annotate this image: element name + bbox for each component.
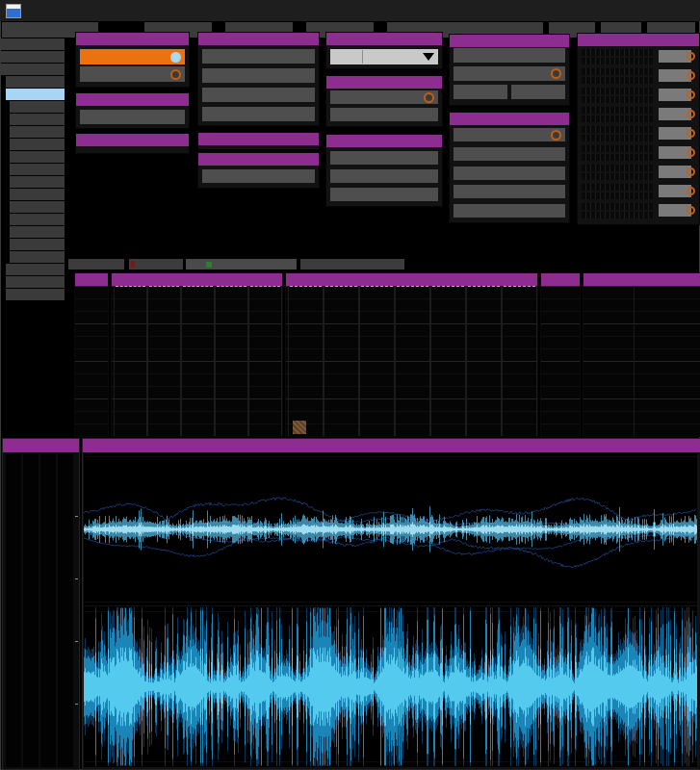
flat-band-tops-toggle[interactable] [330,90,438,104]
flat-frequency-response-slider[interactable] [330,108,438,121]
toggle-off-icon[interactable] [687,167,695,176]
gate-speed-slider[interactable] [330,188,438,201]
maximize-button[interactable] [632,0,657,21]
sidebar-item-limiting-clipping[interactable] [6,289,65,300]
non-linear-toggle[interactable] [454,128,565,141]
output-waveform [84,606,697,767]
sidebar-item-release[interactable] [10,126,65,138]
scale-tick [75,641,78,642]
sidebar-item-bands[interactable] [10,226,65,238]
release-speeds-multiplier-slider[interactable] [202,107,315,121]
hear-toggle[interactable] [80,66,185,82]
link-2-1-slider[interactable] [454,147,565,161]
link-third-to-last-slider[interactable] [454,185,565,198]
graph-clip [583,272,700,437]
hi-free-slider[interactable] [511,85,565,99]
attack-speeds-multiplier-slider[interactable] [202,88,315,102]
panel-bottom-levels [2,438,80,770]
toggle-off-icon[interactable] [687,52,695,61]
sidebar-item-dynamic-speeds[interactable] [10,139,65,150]
sidebar-item-multiband-1[interactable] [6,89,65,100]
dropdown-separator [362,50,363,64]
minimize-button[interactable] [603,0,628,21]
overview-band-row [578,67,699,85]
sidebar-item-behavior[interactable] [10,201,65,213]
graph-clip-header [583,273,700,286]
sidebar-item-limit-clip[interactable] [10,176,65,188]
multiband-2-plot [286,286,537,436]
input-left-meter [6,454,21,767]
stereo-tool-window: { "window": { "title": "THIMEO STEREO TO… [0,0,700,770]
graph-sb [540,272,581,437]
pre-emphasis-setting[interactable] [202,169,315,183]
gate-freeze-slider[interactable] [330,151,438,165]
overview-band-row [578,125,699,142]
panel-band-filters-header [198,133,319,145]
scale-tick [75,516,78,517]
panel-bands-header [326,33,442,45]
only-pull-down-toggle[interactable] [454,66,565,81]
buffer-size-bar[interactable] [68,259,124,270]
input-right-meter [23,454,39,767]
sidebar-item-attack[interactable] [10,114,65,125]
toggle-off-icon [551,130,561,141]
sidebar-item-levels[interactable] [10,164,65,175]
overview-band-row [578,164,699,181]
sidebar-item-spectral-balance[interactable] [10,239,65,250]
lo-free-slider[interactable] [454,85,507,99]
panel-main [75,32,190,88]
cpu-bar[interactable] [186,259,297,270]
band-meter [582,49,653,64]
sidebar-item-sudden-drops[interactable] [10,214,65,225]
sidebar-item-repair[interactable] [1,51,65,63]
density-slider[interactable] [80,110,185,124]
output-level-slider[interactable] [202,68,315,83]
sidebar-item-detection[interactable] [10,189,65,200]
sidebar-item-io[interactable] [1,38,65,50]
toggle-off-icon[interactable] [687,148,695,157]
panel-flat-freq-header [326,76,442,89]
peak-hold-line [183,286,213,287]
input-waveform [84,453,697,605]
gate-slowdown-slider[interactable] [330,169,438,183]
panel-compatibility-header [76,134,189,146]
band-coupling-slider[interactable] [454,48,565,63]
toggle-off-icon[interactable] [687,187,695,195]
graph-sb-header [541,273,580,286]
bands-dropdown[interactable] [330,49,438,64]
toggle-off-icon[interactable] [687,90,695,99]
sidebar-item-release-gate[interactable] [10,151,65,163]
toggle-off-icon[interactable] [687,206,695,215]
multiband-plot [112,286,282,436]
link-second-to-last-slider[interactable] [454,204,565,218]
close-button[interactable] [662,0,687,21]
sidebar-item-processing[interactable] [1,64,65,75]
link-3-2-slider[interactable] [454,167,565,180]
multiband-compressor-toggle[interactable] [80,49,185,64]
sidebar-item-low-level-boost[interactable] [6,76,65,88]
no-indicator-bar[interactable] [300,259,404,270]
toggle-off-icon [424,92,434,103]
drive-slider[interactable] [202,49,315,64]
clip-plot [583,286,700,436]
toggle-off-icon[interactable] [687,110,695,118]
band-meter [582,184,653,199]
toggle-off-icon[interactable] [687,129,695,138]
toggle-off-icon[interactable] [687,71,695,80]
toggle-off-icon [551,68,561,79]
sidebar-item-band-coupling[interactable] [10,251,65,263]
latency-bar[interactable] [129,259,183,270]
graph-dc-header [75,273,108,286]
output-left-meter [40,454,56,767]
band-meter [582,165,653,180]
toggle-off-icon [170,69,181,80]
graph-multiband [111,272,283,437]
sidebar-item-quick-overview[interactable] [10,101,65,113]
band-meter [582,107,653,122]
sidebar-item-multiband-2[interactable] [6,264,65,275]
peak-hold-line [116,286,145,287]
clip-divider-line [634,286,635,436]
bottom-levels-header [3,439,79,452]
sidebar-item-wideband-compr[interactable] [6,276,65,288]
band-meter [582,145,653,161]
